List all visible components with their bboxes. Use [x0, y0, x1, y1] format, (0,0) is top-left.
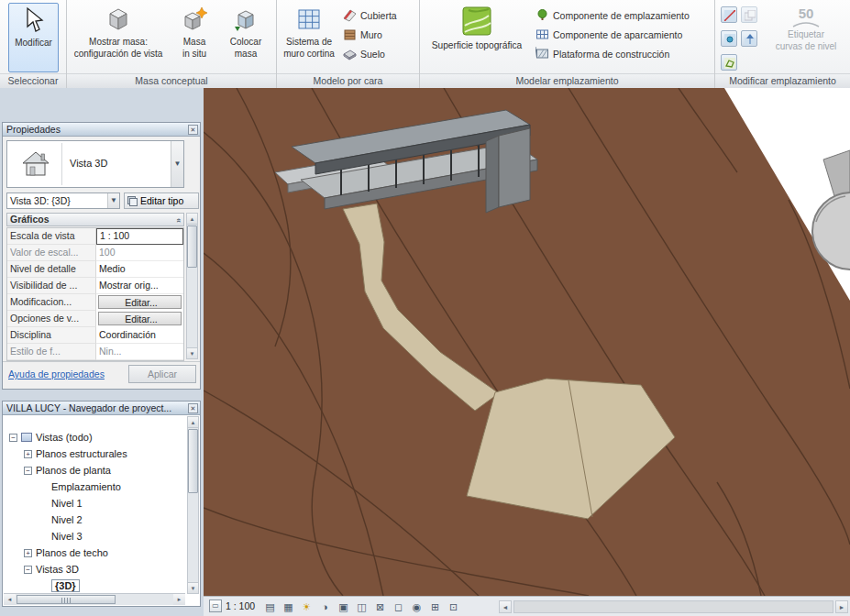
- property-value[interactable]: Nin...: [96, 344, 183, 360]
- properties-title: Propiedades: [6, 124, 61, 135]
- scroll-down-icon[interactable]: ▼: [188, 582, 198, 593]
- scroll-left-icon[interactable]: ◄: [499, 600, 512, 613]
- analysis-display-icon[interactable]: ⊞: [427, 599, 443, 614]
- scroll-right-icon[interactable]: ►: [173, 594, 185, 605]
- type-preview: [9, 143, 62, 185]
- panel-seleccionar: Modificar Seleccionar: [0, 0, 67, 88]
- curtain-system-button[interactable]: Sistema de muro cortina: [281, 2, 337, 72]
- tree-item-nivel-3[interactable]: Nivel 3: [4, 528, 185, 544]
- graded-region-icon[interactable]: [741, 30, 757, 47]
- scroll-up-icon[interactable]: ▲: [188, 417, 198, 428]
- properties-help-link[interactable]: Ayuda de propiedades: [8, 368, 105, 380]
- site-component-button[interactable]: Componente de emplazamiento: [535, 6, 690, 25]
- panel-label-modificar-emplazamiento[interactable]: Modificar emplazamiento: [715, 73, 850, 88]
- merge-surfaces-icon[interactable]: [741, 6, 757, 23]
- floor-by-face-button[interactable]: Suelo: [343, 44, 397, 63]
- scale-button[interactable]: ▭ 1 : 100: [209, 600, 255, 612]
- lock-view-icon[interactable]: ⊠: [372, 599, 388, 614]
- apply-button[interactable]: Aplicar: [128, 365, 196, 383]
- parking-component-button[interactable]: Componente de aparcamiento: [535, 25, 690, 44]
- property-value[interactable]: Medio: [96, 261, 183, 278]
- detail-level-icon[interactable]: ▦: [281, 599, 296, 614]
- view-instance-combo[interactable]: Vista 3D: {3D} ▼: [6, 192, 120, 209]
- collapse-icon[interactable]: −: [24, 467, 32, 475]
- panel-label-seleccionar[interactable]: Seleccionar: [0, 73, 66, 88]
- show-mass-button[interactable]: Mostrar masa: configuración de vista: [71, 2, 166, 72]
- scrollbar-thumb[interactable]: [17, 595, 116, 604]
- reveal-hidden-icon[interactable]: ◉: [409, 599, 425, 614]
- tree-item-label: Planos de techo: [36, 547, 108, 558]
- expand-icon[interactable]: +: [24, 450, 32, 458]
- combo-dropdown-icon[interactable]: ▼: [107, 193, 119, 208]
- view-horizontal-scrollbar[interactable]: [513, 600, 833, 613]
- section-graficos[interactable]: Gráficos «: [6, 213, 184, 226]
- sun-settings-icon[interactable]: ☀: [299, 599, 315, 614]
- toposurface-button[interactable]: Superficie topográfica: [424, 2, 530, 72]
- property-value[interactable]: 100: [96, 245, 183, 261]
- shadows-icon[interactable]: ◑: [317, 599, 333, 614]
- place-mass-button[interactable]: Colocar masa: [221, 2, 270, 72]
- tree-item-3d-view[interactable]: {3D}: [4, 578, 185, 592]
- panel-modelar-emplazamiento: Superficie topográfica Componente de emp…: [420, 0, 715, 88]
- subregion-icon[interactable]: [721, 30, 737, 47]
- edit-button[interactable]: Editar...: [98, 312, 182, 325]
- mass-in-situ-button[interactable]: Masa in situ: [170, 2, 219, 72]
- modify-button[interactable]: Modificar: [8, 3, 59, 72]
- roof-by-face-label: Cubierta: [360, 10, 397, 21]
- property-label: Disciplina: [7, 327, 96, 344]
- panel-label-masa-conceptual[interactable]: Masa conceptual: [67, 73, 276, 88]
- collapse-icon[interactable]: −: [24, 566, 32, 574]
- section-collapse-icon[interactable]: «: [172, 218, 184, 223]
- scroll-left-icon[interactable]: ◄: [4, 594, 16, 605]
- tree-item-planos-de-techo[interactable]: + Planos de techo: [4, 544, 185, 561]
- panel-label-modelar-emplazamiento[interactable]: Modelar emplazamiento: [420, 73, 714, 88]
- wall-by-face-button[interactable]: Muro: [343, 25, 397, 44]
- building-pad-button[interactable]: Plataforma de construcción: [535, 44, 690, 63]
- property-value[interactable]: Coordinación: [96, 327, 183, 344]
- split-surface-icon[interactable]: [721, 6, 737, 23]
- close-icon[interactable]: ✕: [188, 125, 198, 135]
- scroll-right-icon[interactable]: ►: [835, 600, 848, 613]
- properties-titlebar[interactable]: Propiedades ✕: [3, 123, 200, 137]
- edit-type-button[interactable]: Editar tipo: [124, 192, 199, 209]
- roof-by-face-button[interactable]: Cubierta: [343, 6, 397, 25]
- property-row: Modificacion... Editar...: [7, 294, 183, 311]
- project-tree: − Vistas (todo) + Planos estructurales −…: [4, 429, 185, 592]
- property-line-icon[interactable]: [721, 54, 737, 71]
- tree-item-emplazamiento[interactable]: Emplazamiento: [4, 478, 185, 495]
- scrollbar-thumb[interactable]: [187, 226, 197, 268]
- scroll-down-icon[interactable]: ▼: [187, 347, 197, 358]
- browser-titlebar[interactable]: VILLA LUCY - Navegador de proyect... ✕: [3, 402, 200, 415]
- collapse-icon[interactable]: −: [9, 434, 17, 442]
- show-crop-region-icon[interactable]: ◫: [354, 599, 370, 614]
- crop-view-icon[interactable]: ▣: [336, 599, 351, 614]
- property-row: Nivel de detalle Medio: [7, 261, 183, 278]
- expand-icon[interactable]: +: [24, 549, 32, 557]
- scrollbar-thumb[interactable]: [188, 429, 198, 493]
- mass-box-icon: [105, 6, 132, 35]
- property-value[interactable]: 1 : 100: [96, 228, 183, 245]
- edit-button[interactable]: Editar...: [98, 295, 182, 309]
- tree-item-nivel-1[interactable]: Nivel 1: [4, 495, 185, 512]
- tree-item-vistas-3d[interactable]: − Vistas 3D: [4, 561, 185, 578]
- properties-vertical-scrollbar[interactable]: ▲ ▼: [186, 213, 198, 359]
- tree-item-vistas-todo[interactable]: − Vistas (todo): [4, 429, 185, 446]
- tree-item-nivel-2[interactable]: Nivel 2: [4, 512, 185, 528]
- worksharing-display-icon[interactable]: ⊡: [446, 599, 461, 614]
- hide-elements-icon[interactable]: ◻: [391, 599, 406, 614]
- label-contours-button[interactable]: 50 Etiquetar curvas de nivel: [765, 4, 847, 73]
- 3d-viewport[interactable]: [204, 88, 850, 596]
- close-icon[interactable]: ✕: [188, 403, 198, 413]
- browser-vertical-scrollbar[interactable]: ▲ ▼: [187, 416, 199, 594]
- label-contours-label-1: Etiquetar: [788, 29, 824, 39]
- tree-item-planos-de-planta[interactable]: − Planos de planta: [4, 462, 185, 478]
- type-selector-dropdown-icon[interactable]: ▼: [171, 141, 183, 187]
- panel-label-modelo-por-cara[interactable]: Modelo por cara: [277, 73, 419, 88]
- scroll-up-icon[interactable]: ▲: [187, 214, 197, 225]
- scale-icon: ▭: [209, 600, 222, 612]
- type-selector[interactable]: Vista 3D ▼: [6, 140, 184, 188]
- property-value[interactable]: Mostrar orig...: [96, 278, 183, 294]
- tree-item-planos-estructurales[interactable]: + Planos estructurales: [4, 446, 185, 462]
- visual-style-icon[interactable]: ▤: [262, 599, 278, 614]
- browser-horizontal-scrollbar[interactable]: ◄ ►: [4, 593, 185, 605]
